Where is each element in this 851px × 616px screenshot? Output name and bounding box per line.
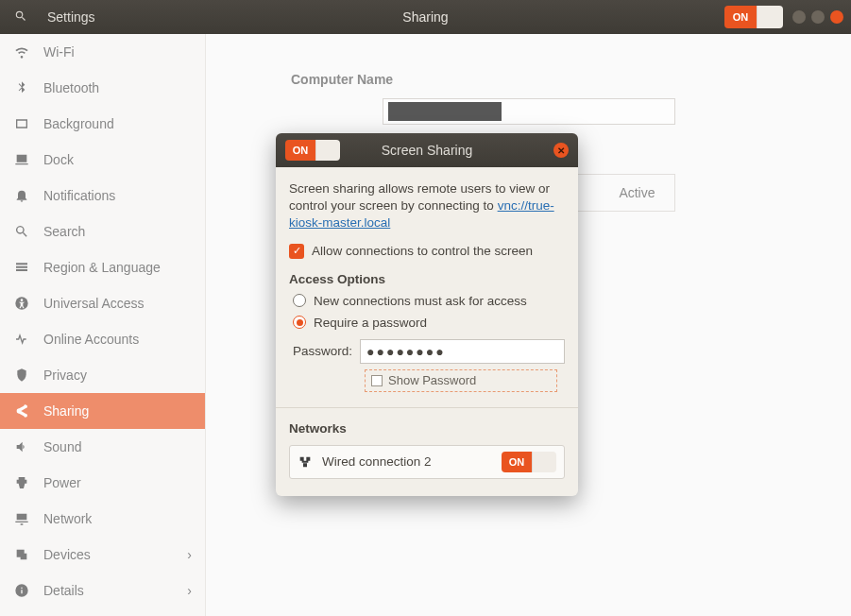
status-active: Active bbox=[619, 185, 655, 200]
computer-name-redacted bbox=[388, 102, 502, 121]
show-password-checkbox[interactable] bbox=[371, 375, 383, 386]
svg-point-1 bbox=[21, 299, 24, 301]
sidebar-item-label: Sound bbox=[43, 439, 81, 454]
dock-icon bbox=[13, 151, 30, 168]
computer-name-input[interactable] bbox=[383, 98, 675, 125]
show-password-label: Show Password bbox=[388, 373, 476, 387]
app-name: Settings bbox=[47, 9, 95, 25]
radio-ask-access[interactable] bbox=[293, 294, 306, 307]
window-controls bbox=[792, 10, 843, 24]
search-icon bbox=[13, 223, 30, 240]
divider bbox=[276, 407, 578, 408]
toggle-on-label: ON bbox=[502, 452, 532, 472]
chevron-right-icon: › bbox=[187, 583, 192, 598]
allow-control-checkbox[interactable]: ✓ bbox=[289, 244, 304, 259]
wifi-icon bbox=[13, 43, 30, 60]
sidebar-item-label: Power bbox=[43, 475, 81, 490]
bell-icon bbox=[13, 187, 30, 204]
password-input[interactable]: ●●●●●●●● bbox=[360, 339, 565, 364]
background-icon bbox=[13, 115, 30, 132]
sidebar-item-label: Search bbox=[43, 224, 85, 239]
dialog-description: Screen sharing allows remote users to vi… bbox=[289, 180, 565, 232]
sidebar-item-power[interactable]: Power bbox=[0, 465, 205, 501]
sidebar-item-sharing[interactable]: Sharing bbox=[0, 393, 205, 429]
radio-require-password[interactable] bbox=[293, 316, 306, 329]
dialog-title: Screen Sharing bbox=[382, 143, 473, 158]
screen-sharing-toggle[interactable]: ON bbox=[285, 140, 340, 161]
online-accounts-icon bbox=[13, 331, 30, 348]
sidebar-item-label: Bluetooth bbox=[43, 80, 99, 95]
toggle-on-label: ON bbox=[285, 140, 315, 161]
password-label: Password: bbox=[293, 344, 352, 358]
show-password-row: Show Password bbox=[365, 369, 557, 392]
share-icon bbox=[13, 402, 30, 419]
sound-icon bbox=[13, 438, 30, 455]
allow-control-label: Allow connections to control the screen bbox=[312, 244, 533, 258]
sidebar-item-label: Sharing bbox=[43, 403, 89, 419]
sidebar-item-label: Devices bbox=[43, 547, 91, 562]
radio-password-label: Require a password bbox=[314, 316, 427, 330]
sidebar-item-devices[interactable]: Devices › bbox=[0, 537, 205, 573]
sidebar-item-dock[interactable]: Dock bbox=[0, 142, 205, 178]
networks-heading: Networks bbox=[289, 421, 565, 436]
sidebar-item-label: Wi-Fi bbox=[43, 44, 75, 60]
sidebar-item-background[interactable]: Background bbox=[0, 106, 205, 142]
sidebar-item-label: Network bbox=[43, 511, 92, 526]
toggle-knob bbox=[757, 6, 783, 28]
network-icon bbox=[13, 510, 30, 527]
sidebar-item-universal-access[interactable]: Universal Access bbox=[0, 285, 205, 321]
sidebar-item-region-language[interactable]: Region & Language bbox=[0, 249, 205, 285]
sidebar-item-label: Online Accounts bbox=[43, 332, 139, 347]
screen-sharing-dialog: ON Screen Sharing ✕ Screen sharing allow… bbox=[276, 133, 578, 496]
sharing-master-toggle[interactable]: ON bbox=[724, 6, 783, 28]
sidebar-item-label: Universal Access bbox=[43, 296, 145, 311]
chevron-right-icon: › bbox=[187, 547, 192, 562]
radio-ask-label: New connections must ask for access bbox=[314, 294, 527, 308]
sidebar-item-label: Privacy bbox=[43, 368, 87, 383]
details-icon bbox=[13, 582, 30, 599]
sidebar-item-online-accounts[interactable]: Online Accounts bbox=[0, 321, 205, 357]
bluetooth-icon bbox=[13, 79, 30, 96]
sidebar: Wi-Fi Bluetooth Background Dock Notifica… bbox=[0, 34, 206, 616]
sidebar-item-details[interactable]: Details › bbox=[0, 573, 205, 608]
app-header: Settings Sharing ON bbox=[0, 0, 851, 34]
page-title: Sharing bbox=[402, 9, 448, 25]
accessibility-icon bbox=[13, 295, 30, 312]
password-mask: ●●●●●●●● bbox=[366, 344, 446, 359]
wired-network-icon bbox=[298, 454, 313, 470]
toggle-on-label: ON bbox=[724, 6, 757, 28]
privacy-icon bbox=[13, 367, 30, 384]
dialog-header: ON Screen Sharing ✕ bbox=[276, 133, 578, 167]
power-icon bbox=[13, 474, 30, 491]
sidebar-item-label: Notifications bbox=[43, 188, 115, 203]
sidebar-item-sound[interactable]: Sound bbox=[0, 429, 205, 465]
sidebar-item-label: Region & Language bbox=[43, 260, 161, 275]
sidebar-item-label: Details bbox=[43, 583, 84, 598]
sidebar-item-notifications[interactable]: Notifications bbox=[0, 178, 205, 214]
maximize-icon[interactable] bbox=[811, 10, 825, 24]
close-icon: ✕ bbox=[557, 145, 565, 156]
search-button[interactable] bbox=[8, 4, 34, 30]
sidebar-item-bluetooth[interactable]: Bluetooth bbox=[0, 70, 205, 106]
sidebar-item-label: Background bbox=[43, 116, 114, 131]
network-row: Wired connection 2 ON bbox=[289, 445, 565, 479]
devices-icon bbox=[13, 546, 30, 563]
network-toggle[interactable]: ON bbox=[502, 452, 556, 472]
sidebar-item-search[interactable]: Search bbox=[0, 214, 205, 249]
sidebar-item-label: Dock bbox=[43, 152, 74, 167]
minimize-icon[interactable] bbox=[792, 10, 806, 24]
dialog-close-button[interactable]: ✕ bbox=[553, 143, 569, 158]
sidebar-item-wifi[interactable]: Wi-Fi bbox=[0, 34, 205, 70]
toggle-knob bbox=[532, 452, 556, 472]
sidebar-item-privacy[interactable]: Privacy bbox=[0, 357, 205, 393]
region-icon bbox=[13, 259, 30, 276]
search-icon bbox=[14, 9, 27, 26]
network-name: Wired connection 2 bbox=[322, 454, 432, 469]
computer-name-label: Computer Name bbox=[291, 72, 794, 87]
access-options-heading: Access Options bbox=[289, 272, 565, 286]
toggle-knob bbox=[315, 140, 340, 161]
close-icon[interactable] bbox=[830, 10, 843, 24]
sidebar-item-network[interactable]: Network bbox=[0, 501, 205, 537]
